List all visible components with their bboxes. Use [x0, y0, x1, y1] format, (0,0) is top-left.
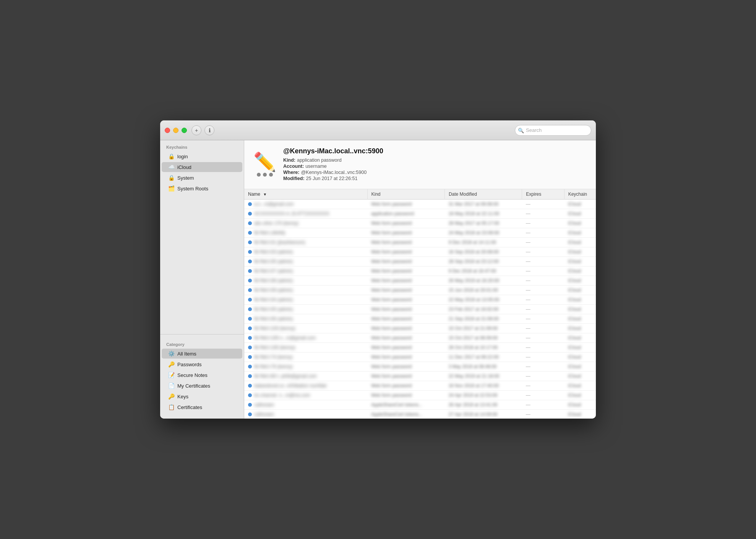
- column-kind[interactable]: Kind: [367, 189, 445, 200]
- column-expires[interactable]: Expires: [522, 189, 564, 200]
- cell-expires: —: [522, 324, 564, 333]
- table-row[interactable]: a.n...m@gmail.comWeb form password31 Mar…: [244, 200, 596, 209]
- cell-keychain: iCloud: [564, 410, 596, 419]
- table-row[interactable]: abc.clinic 170 (kenny)Web form password2…: [244, 219, 596, 228]
- table-row[interactable]: fkl fhkl:t:05 (admin)Web form password23…: [244, 305, 596, 314]
- cell-expires: —: [522, 228, 564, 238]
- sidebar-item-icloud[interactable]: ☁️ iCloud: [162, 162, 242, 172]
- cell-name: fkl fhkl:t:07 (admin): [244, 266, 367, 276]
- preview-kind-label: Kind:: [283, 157, 295, 163]
- table-row[interactable]: fkl fhkl:t:74 (kenny)Web form password11…: [244, 352, 596, 362]
- table-row[interactable]: fkl fhkl:t:04 (admin)Web form password22…: [244, 295, 596, 305]
- cell-name: fkl fhkl:t:06 (admin): [244, 314, 367, 324]
- table-row[interactable]: fkl fhkl:t:09 (admin)Web form password15…: [244, 286, 596, 295]
- table-row[interactable]: bn.channel. n...m@ms.comWeb form passwor…: [244, 391, 596, 400]
- table-body: a.n...m@gmail.comWeb form password31 Mar…: [244, 200, 596, 419]
- cell-name-text: fkl fhkl:t:08 (admin): [254, 278, 293, 283]
- table-row[interactable]: fkl fhkl:t:100 (kenny)Web form password2…: [244, 343, 596, 352]
- row-dot: [248, 374, 252, 378]
- row-dot: [248, 298, 252, 302]
- cell-expires: —: [522, 286, 564, 295]
- preview-where-label: Where:: [283, 170, 299, 175]
- icloud-icon: ☁️: [168, 164, 175, 170]
- cell-name-text: fkl fhkl:t:04 (admin): [254, 297, 293, 302]
- table-row[interactable]: fkl fhkl:t:105 n...m@gmail.comWeb form p…: [244, 333, 596, 343]
- keys-icon: 🔑: [168, 393, 175, 399]
- cell-name: fkl fhkl:t:103 (kenny): [244, 324, 367, 333]
- table-container[interactable]: Name ▼ Kind Date Modified Expires Keycha…: [244, 189, 596, 419]
- sidebar-item-system-roots[interactable]: 🗂️ System Roots: [162, 183, 242, 193]
- cell-name: fkl fhkl:t:105 n...m@gmail.com: [244, 333, 367, 343]
- column-keychain[interactable]: Keychain: [564, 189, 596, 200]
- cell-date: 15 Oct 2017 at 21:09:00: [445, 324, 522, 333]
- sidebar-item-certificates[interactable]: 📋 Certificates: [162, 402, 242, 412]
- column-date-modified[interactable]: Date Modified: [445, 189, 522, 200]
- sidebar-item-login[interactable]: 🔒 login: [162, 151, 242, 161]
- cell-date: 3 May 2018 at 08:48:00: [445, 362, 522, 372]
- cell-kind: Web form password: [367, 286, 445, 295]
- info-button[interactable]: ℹ: [204, 125, 214, 135]
- table-row[interactable]: babandovet.co. eXhlbation numfdatWeb for…: [244, 381, 596, 391]
- table-row[interactable]: fkl fhkl:t:03 (admin)Web form password16…: [244, 247, 596, 257]
- cell-keychain: iCloud: [564, 200, 596, 209]
- sidebar-item-all-items[interactable]: ⚙️ All Items: [162, 349, 242, 359]
- cell-keychain: iCloud: [564, 295, 596, 305]
- cell-name-text: fkl fhkl:t:103 (kenny): [254, 326, 295, 331]
- sidebar-item-my-certificates[interactable]: 📄 My Certificates: [162, 381, 242, 391]
- row-dot: [248, 212, 252, 216]
- cell-date: 26 May 2019 at 16:20:00: [445, 276, 522, 286]
- minimize-button[interactable]: [173, 128, 178, 133]
- cell-date: 16 Sep 2018 at 20:08:00: [445, 247, 522, 257]
- search-input[interactable]: [515, 125, 591, 136]
- cell-keychain: iCloud: [564, 381, 596, 391]
- cell-expires: —: [522, 200, 564, 209]
- table-row[interactable]: fkl fhkl:t:80 t. ph0k@gmail.comWeb form …: [244, 372, 596, 381]
- table-row[interactable]: calhonamAppleShareCert tokens...27 Apr 2…: [244, 410, 596, 419]
- cell-date: 18 May 2018 at 22:11:00: [445, 209, 522, 219]
- my-certificates-icon: 📄: [168, 383, 175, 389]
- table-row[interactable]: fkl fhkl:t (4khfd)Web form password24 Ma…: [244, 228, 596, 238]
- cell-name: babandovet.co. eXhlbation numfdat: [244, 381, 367, 391]
- cell-name-text: bn.channel. n...m@ms.com: [254, 393, 310, 398]
- cell-kind: AppleShareCert tokens...: [367, 410, 445, 419]
- preview-kind-row: Kind: application password: [283, 157, 383, 163]
- close-button[interactable]: [165, 128, 170, 133]
- cell-date: 27 Apr 2018 at 14:09:00: [445, 410, 522, 419]
- sidebar-item-keys[interactable]: 🔑 Keys: [162, 391, 242, 401]
- main-content: Keychains 🔒 login ☁️ iCloud 🔒 System 🗂️ …: [160, 140, 596, 419]
- cell-date: 15 Jun 2018 at 20:01:00: [445, 286, 522, 295]
- table-row[interactable]: fkl fhkl:t:08 (admin)Web form password26…: [244, 276, 596, 286]
- sidebar-item-icloud-label: iCloud: [177, 164, 191, 170]
- cell-keychain: iCloud: [564, 391, 596, 400]
- table-row[interactable]: fkl fhkl:t:01 (jhashkenom)Web form passw…: [244, 238, 596, 247]
- cell-name-text: ACXXXXXXXX-A, B.HTT2XXXXXXX: [254, 211, 329, 216]
- cell-kind: Web form password: [367, 200, 445, 209]
- table-row[interactable]: calhonamAppleShareCert tokens...26 Apr 2…: [244, 400, 596, 410]
- cell-kind: Web form password: [367, 381, 445, 391]
- maximize-button[interactable]: [182, 128, 187, 133]
- certificates-icon: 📋: [168, 404, 175, 410]
- sidebar-item-passwords[interactable]: 🔑 Passwords: [162, 359, 242, 369]
- table-row[interactable]: fkl fhkl:t:06 (admin)Web form password21…: [244, 314, 596, 324]
- column-name[interactable]: Name ▼: [244, 189, 367, 200]
- preview-account-value: username: [305, 164, 327, 169]
- cell-name: fkl fhkl:t:100 (kenny): [244, 343, 367, 352]
- row-dot: [248, 288, 252, 292]
- table-row[interactable]: fkl fhkl:t:103 (kenny)Web form password1…: [244, 324, 596, 333]
- sidebar-item-secure-notes[interactable]: 📝 Secure Notes: [162, 370, 242, 380]
- all-items-icon: ⚙️: [168, 351, 175, 357]
- preview-title: @Kennys-iMac.local..vnc:5900: [283, 147, 383, 155]
- cell-kind: Web form password: [367, 362, 445, 372]
- sidebar-item-system[interactable]: 🔒 System: [162, 173, 242, 183]
- add-keychain-button[interactable]: +: [191, 125, 201, 135]
- table-row[interactable]: fkl fhkl:t:05 (admin)Web form password28…: [244, 257, 596, 266]
- table-row[interactable]: fkl fhkl:t:07 (admin)Web form password9 …: [244, 266, 596, 276]
- cell-date: 11 Dec 2017 at 08:22:00: [445, 352, 522, 362]
- table-row[interactable]: ACXXXXXXXX-A, B.HTT2XXXXXXXapplication p…: [244, 209, 596, 219]
- cell-date: 31 Mar 2017 at 09:08:00: [445, 200, 522, 209]
- table-row[interactable]: fkl fhkl:t:76 (kenny)Web form password3 …: [244, 362, 596, 372]
- cell-name-text: fkl fhkl:t:80 t. ph0k@gmail.com: [254, 373, 317, 379]
- cell-date: 26 Apr 2018 at 13:41:00: [445, 400, 522, 410]
- cell-name: fkl fhkl:t:80 t. ph0k@gmail.com: [244, 372, 367, 381]
- cell-keychain: iCloud: [564, 276, 596, 286]
